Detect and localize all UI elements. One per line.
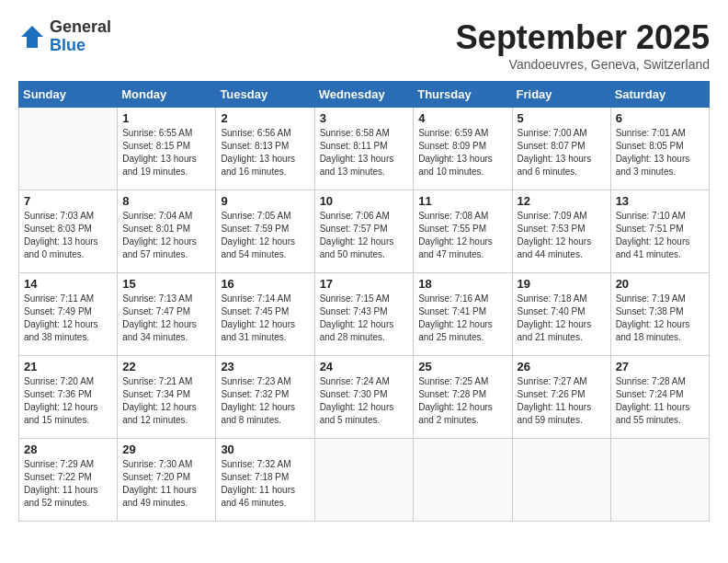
day-info: Sunrise: 7:11 AMSunset: 7:49 PMDaylight:…	[24, 293, 112, 344]
day-number: 20	[616, 277, 704, 291]
day-info: Sunrise: 7:13 AMSunset: 7:47 PMDaylight:…	[122, 293, 210, 344]
day-number: 12	[518, 194, 606, 208]
calendar-cell: 30Sunrise: 7:32 AMSunset: 7:18 PMDayligh…	[216, 439, 314, 522]
day-number: 30	[221, 442, 309, 456]
logo-blue: Blue	[50, 36, 85, 54]
day-number: 5	[518, 111, 606, 125]
calendar-cell: 19Sunrise: 7:18 AMSunset: 7:40 PMDayligh…	[512, 273, 610, 356]
calendar-cell: 7Sunrise: 7:03 AMSunset: 8:03 PMDaylight…	[19, 190, 118, 273]
day-info: Sunrise: 7:04 AMSunset: 8:01 PMDaylight:…	[122, 210, 210, 261]
day-info: Sunrise: 7:09 AMSunset: 7:53 PMDaylight:…	[518, 210, 606, 261]
day-number: 7	[24, 194, 112, 208]
calendar-cell: 12Sunrise: 7:09 AMSunset: 7:53 PMDayligh…	[512, 190, 610, 273]
calendar-week-row: 28Sunrise: 7:29 AMSunset: 7:22 PMDayligh…	[19, 439, 710, 522]
calendar-cell: 29Sunrise: 7:30 AMSunset: 7:20 PMDayligh…	[118, 439, 216, 522]
weekday-header: Monday	[118, 82, 216, 108]
day-info: Sunrise: 7:19 AMSunset: 7:38 PMDaylight:…	[616, 293, 704, 344]
day-info: Sunrise: 7:21 AMSunset: 7:34 PMDaylight:…	[122, 375, 210, 427]
day-number: 27	[616, 360, 704, 373]
weekday-header: Saturday	[610, 82, 709, 108]
calendar-cell: 8Sunrise: 7:04 AMSunset: 8:01 PMDaylight…	[118, 190, 216, 273]
calendar-cell	[512, 439, 610, 522]
page-header: General Blue September 2025 Vandoeuvres,…	[18, 18, 710, 72]
calendar-cell: 10Sunrise: 7:06 AMSunset: 7:57 PMDayligh…	[314, 190, 414, 273]
day-info: Sunrise: 7:16 AMSunset: 7:41 PMDaylight:…	[418, 293, 506, 344]
title-block: September 2025 Vandoeuvres, Geneva, Swit…	[456, 18, 710, 72]
logo-general: General	[50, 17, 111, 36]
day-info: Sunrise: 7:05 AMSunset: 7:59 PMDaylight:…	[221, 210, 309, 261]
calendar-cell: 26Sunrise: 7:27 AMSunset: 7:26 PMDayligh…	[512, 356, 610, 439]
logo: General Blue	[18, 18, 111, 55]
weekday-header: Wednesday	[314, 82, 414, 108]
calendar-cell: 6Sunrise: 7:01 AMSunset: 8:05 PMDaylight…	[610, 108, 709, 190]
calendar-cell: 16Sunrise: 7:14 AMSunset: 7:45 PMDayligh…	[216, 273, 314, 356]
calendar-cell: 13Sunrise: 7:10 AMSunset: 7:51 PMDayligh…	[610, 190, 709, 273]
day-number: 21	[24, 360, 112, 373]
day-info: Sunrise: 7:23 AMSunset: 7:32 PMDaylight:…	[221, 375, 309, 427]
day-info: Sunrise: 7:08 AMSunset: 7:55 PMDaylight:…	[418, 210, 506, 261]
day-info: Sunrise: 7:24 AMSunset: 7:30 PMDaylight:…	[320, 375, 409, 427]
day-info: Sunrise: 7:15 AMSunset: 7:43 PMDaylight:…	[320, 293, 409, 344]
calendar-cell: 22Sunrise: 7:21 AMSunset: 7:34 PMDayligh…	[118, 356, 216, 439]
logo-icon	[18, 23, 46, 51]
day-info: Sunrise: 7:28 AMSunset: 7:24 PMDaylight:…	[616, 375, 704, 427]
day-info: Sunrise: 6:55 AMSunset: 8:15 PMDaylight:…	[122, 127, 210, 178]
calendar-cell	[314, 439, 414, 522]
day-number: 1	[122, 111, 210, 125]
calendar-cell: 9Sunrise: 7:05 AMSunset: 7:59 PMDaylight…	[216, 190, 314, 273]
calendar-cell: 3Sunrise: 6:58 AMSunset: 8:11 PMDaylight…	[314, 108, 414, 190]
day-info: Sunrise: 7:30 AMSunset: 7:20 PMDaylight:…	[122, 458, 210, 510]
calendar-cell: 20Sunrise: 7:19 AMSunset: 7:38 PMDayligh…	[610, 273, 709, 356]
day-number: 28	[24, 442, 112, 456]
day-info: Sunrise: 6:58 AMSunset: 8:11 PMDaylight:…	[320, 127, 409, 178]
weekday-header-row: SundayMondayTuesdayWednesdayThursdayFrid…	[19, 82, 710, 108]
day-number: 4	[418, 111, 506, 125]
calendar-week-row: 1Sunrise: 6:55 AMSunset: 8:15 PMDaylight…	[19, 108, 710, 190]
calendar-week-row: 7Sunrise: 7:03 AMSunset: 8:03 PMDaylight…	[19, 190, 710, 273]
day-info: Sunrise: 6:56 AMSunset: 8:13 PMDaylight:…	[221, 127, 309, 178]
day-info: Sunrise: 7:10 AMSunset: 7:51 PMDaylight:…	[616, 210, 704, 261]
day-number: 19	[518, 277, 606, 291]
calendar-cell: 17Sunrise: 7:15 AMSunset: 7:43 PMDayligh…	[314, 273, 414, 356]
day-info: Sunrise: 7:32 AMSunset: 7:18 PMDaylight:…	[221, 458, 309, 510]
calendar-cell: 11Sunrise: 7:08 AMSunset: 7:55 PMDayligh…	[414, 190, 512, 273]
day-number: 29	[122, 442, 210, 456]
weekday-header: Sunday	[19, 82, 118, 108]
location: Vandoeuvres, Geneva, Switzerland	[456, 57, 710, 72]
calendar-week-row: 21Sunrise: 7:20 AMSunset: 7:36 PMDayligh…	[19, 356, 710, 439]
calendar-cell: 1Sunrise: 6:55 AMSunset: 8:15 PMDaylight…	[118, 108, 216, 190]
day-info: Sunrise: 7:00 AMSunset: 8:07 PMDaylight:…	[518, 127, 606, 178]
calendar-table: SundayMondayTuesdayWednesdayThursdayFrid…	[18, 81, 710, 522]
calendar-cell: 15Sunrise: 7:13 AMSunset: 7:47 PMDayligh…	[118, 273, 216, 356]
calendar-cell: 5Sunrise: 7:00 AMSunset: 8:07 PMDaylight…	[512, 108, 610, 190]
svg-marker-0	[21, 26, 43, 48]
day-number: 15	[122, 277, 210, 291]
calendar-cell: 4Sunrise: 6:59 AMSunset: 8:09 PMDaylight…	[414, 108, 512, 190]
weekday-header: Tuesday	[216, 82, 314, 108]
calendar-cell: 21Sunrise: 7:20 AMSunset: 7:36 PMDayligh…	[19, 356, 118, 439]
calendar-cell	[414, 439, 512, 522]
calendar-cell: 27Sunrise: 7:28 AMSunset: 7:24 PMDayligh…	[610, 356, 709, 439]
weekday-header: Thursday	[414, 82, 512, 108]
day-info: Sunrise: 7:27 AMSunset: 7:26 PMDaylight:…	[518, 375, 606, 427]
day-number: 17	[320, 277, 409, 291]
calendar-cell	[19, 108, 118, 190]
day-number: 16	[221, 277, 309, 291]
calendar-cell: 14Sunrise: 7:11 AMSunset: 7:49 PMDayligh…	[19, 273, 118, 356]
day-info: Sunrise: 7:29 AMSunset: 7:22 PMDaylight:…	[24, 458, 112, 510]
calendar-cell: 24Sunrise: 7:24 AMSunset: 7:30 PMDayligh…	[314, 356, 414, 439]
day-number: 22	[122, 360, 210, 373]
day-info: Sunrise: 7:18 AMSunset: 7:40 PMDaylight:…	[518, 293, 606, 344]
calendar-cell: 18Sunrise: 7:16 AMSunset: 7:41 PMDayligh…	[414, 273, 512, 356]
day-number: 3	[320, 111, 409, 125]
day-info: Sunrise: 7:03 AMSunset: 8:03 PMDaylight:…	[24, 210, 112, 261]
day-number: 6	[616, 111, 704, 125]
day-number: 8	[122, 194, 210, 208]
calendar-week-row: 14Sunrise: 7:11 AMSunset: 7:49 PMDayligh…	[19, 273, 710, 356]
logo-text: General Blue	[50, 18, 111, 55]
calendar-cell	[610, 439, 709, 522]
day-info: Sunrise: 7:06 AMSunset: 7:57 PMDaylight:…	[320, 210, 409, 261]
day-number: 26	[518, 360, 606, 373]
day-number: 13	[616, 194, 704, 208]
day-info: Sunrise: 7:20 AMSunset: 7:36 PMDaylight:…	[24, 375, 112, 427]
